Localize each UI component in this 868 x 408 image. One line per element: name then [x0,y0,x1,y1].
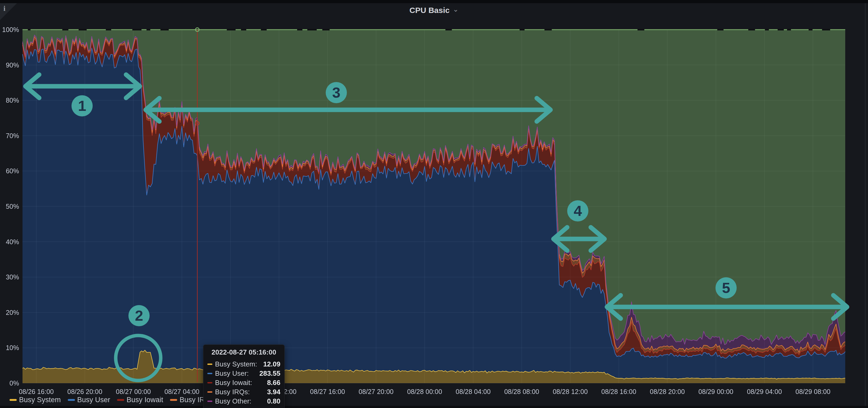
bottom-strip [0,406,868,408]
tooltip-series-value: 8.66 [267,379,280,387]
tooltip-series-label: Busy Other: [215,397,267,405]
legend-item-busy-user[interactable]: Busy User [68,396,111,404]
cpu-basic-panel: CPU Basic ⌄ i 100%90%80%70%60%50%40%30%2… [0,0,868,408]
tooltip-row: Busy Other:0.80 [207,397,280,406]
tooltip-series-value: 283.55 [259,369,280,378]
legend-item-busy-system[interactable]: Busy System [9,396,61,404]
chart-tooltip: 2022-08-27 05:16:00 Busy System:12.09Bus… [203,344,285,408]
legend-swatch-icon [117,399,124,401]
annotation-number: 3 [332,84,340,101]
legend-swatch-icon [68,399,75,401]
annotation-number: 5 [722,279,730,296]
legend-label: Busy System [19,396,61,404]
annotation-4: 4 [553,200,604,250]
tooltip-row: Busy System:12.09 [207,360,280,369]
tooltip-series-label: Busy Iowait: [215,379,267,387]
series-swatch-icon [207,401,212,402]
tooltip-series-value: 12.09 [263,360,280,368]
tooltip-series-label: Busy IRQs: [215,388,267,396]
series-swatch-icon [207,364,212,365]
annotation-3: 3 [146,82,551,122]
tooltip-series-label: Busy User: [215,369,259,378]
highlight-ring [116,336,161,380]
series-swatch-icon [207,373,212,374]
annotation-number: 1 [78,97,86,114]
legend-label: Busy User [77,396,111,404]
series-swatch-icon [207,382,212,383]
annotation-5: 5 [607,277,847,318]
tooltip-row: Busy IRQs:3.94 [207,387,280,397]
tooltip-series-value: 0.80 [267,397,280,405]
annotation-number: 4 [574,202,582,219]
tooltip-row: Busy User:283.55 [207,369,280,378]
annotation-number: 2 [135,307,143,324]
legend: Busy SystemBusy UserBusy IowaitBusy IRQs [9,396,214,404]
legend-swatch-icon [9,399,17,401]
annotation-2: 2 [116,305,161,380]
tooltip-series-label: Busy System: [215,360,263,368]
tooltip-row: Busy Iowait:8.66 [207,378,280,387]
legend-item-busy-iowait[interactable]: Busy Iowait [117,396,163,404]
series-swatch-icon [207,391,212,393]
annotation-1: 1 [25,75,140,116]
tooltip-series-value: 3.94 [267,388,280,396]
panel-right-divider [865,3,866,408]
legend-swatch-icon [170,399,177,401]
legend-label: Busy Iowait [127,396,163,404]
tooltip-timestamp: 2022-08-27 05:16:00 [207,348,280,356]
annotation-overlay: 12345 [0,0,868,408]
